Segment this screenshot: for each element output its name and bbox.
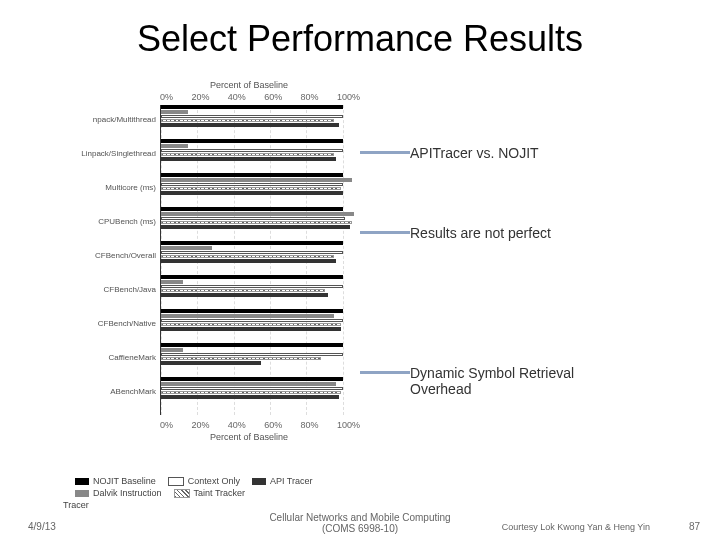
footer-line2: (COMS 6998-10) <box>322 523 398 534</box>
category-label: CFBench/Java <box>71 285 156 294</box>
bar-api <box>161 259 336 263</box>
category-label: CPUBench (ms) <box>71 217 156 226</box>
bar-nojit <box>161 275 343 279</box>
bar-dalvik <box>161 382 336 386</box>
swatch-icon <box>168 477 184 486</box>
legend-label: NOJIT Baseline <box>93 475 156 487</box>
category-label: CFBench/Overall <box>71 251 156 260</box>
bar-context <box>161 285 343 288</box>
bar-taint <box>161 323 341 326</box>
legend-label: Taint Tracker <box>194 487 246 499</box>
bar-api <box>161 395 339 399</box>
callout-text: Dynamic Symbol Retrieval Overhead <box>410 365 574 397</box>
legend-item: NOJIT Baseline <box>75 475 156 487</box>
legend-item: Context Only <box>168 475 240 487</box>
bar-context <box>161 387 343 390</box>
bar-dalvik <box>161 144 188 148</box>
bar-nojit <box>161 173 343 177</box>
bar-context <box>161 319 343 322</box>
bar-context <box>161 217 345 220</box>
bar-context <box>161 183 343 186</box>
x-axis-bottom: 0%20%40%60%80%100% <box>160 420 360 430</box>
bar-api <box>161 225 350 229</box>
callout-notperfect: Results are not perfect <box>410 225 551 241</box>
bar-group: Linpack/Singlethread <box>161 139 361 169</box>
x-axis-top: 0%20%40%60%80%100% <box>160 92 360 102</box>
bar-nojit <box>161 343 343 347</box>
bar-group: ABenchMark <box>161 377 361 407</box>
footer-line1: Cellular Networks and Mobile Computing <box>269 512 450 523</box>
legend: NOJIT Baseline Context Only API Tracer D… <box>75 475 312 511</box>
bar-context <box>161 115 343 118</box>
legend-label: Dalvik Instruction <box>93 487 162 499</box>
legend-label: API Tracer <box>270 475 313 487</box>
footer-page-number: 87 <box>689 521 700 532</box>
bar-group: CaffieneMark <box>161 343 361 373</box>
category-label: npack/Multithread <box>71 115 156 124</box>
footer-center: Cellular Networks and Mobile Computing (… <box>240 512 480 534</box>
callout-line-icon <box>360 231 410 234</box>
category-label: CaffieneMark <box>71 353 156 362</box>
page-title: Select Performance Results <box>0 18 720 60</box>
bar-dalvik <box>161 212 354 216</box>
footer-date: 4/9/13 <box>28 521 56 532</box>
bar-nojit <box>161 377 343 381</box>
footer-courtesy: Courtesy Lok Kwong Yan & Heng Yin <box>502 522 650 532</box>
bar-group: npack/Multithread <box>161 105 361 135</box>
callout-apitracer: APITracer vs. NOJIT <box>410 145 539 161</box>
bar-taint <box>161 289 325 292</box>
bar-api <box>161 191 343 195</box>
swatch-icon <box>252 478 266 485</box>
bar-taint <box>161 357 321 360</box>
legend-label: Context Only <box>188 475 240 487</box>
bar-taint <box>161 221 352 224</box>
swatch-icon <box>75 478 89 485</box>
legend-item: Taint Tracker <box>174 487 246 499</box>
bar-api <box>161 293 328 297</box>
callout-overhead: Dynamic Symbol Retrieval Overhead <box>410 365 620 397</box>
callout-line-icon <box>360 371 410 374</box>
callout-text: Results are not perfect <box>410 225 551 241</box>
bar-nojit <box>161 207 343 211</box>
legend-item: API Tracer <box>252 475 313 487</box>
swatch-icon <box>75 490 89 497</box>
bar-context <box>161 251 343 254</box>
legend-extra: Tracer <box>63 499 312 511</box>
legend-item: Dalvik Instruction <box>75 487 162 499</box>
bar-nojit <box>161 309 343 313</box>
bar-api <box>161 123 339 127</box>
bar-nojit <box>161 139 343 143</box>
bar-dalvik <box>161 348 183 352</box>
swatch-icon <box>174 489 190 498</box>
bar-dalvik <box>161 110 188 114</box>
x-axis-label-top: Percent of Baseline <box>210 80 288 90</box>
category-label: CFBench/Native <box>71 319 156 328</box>
bar-dalvik <box>161 280 183 284</box>
bar-context <box>161 149 343 152</box>
bar-dalvik <box>161 246 212 250</box>
callout-line-icon <box>360 151 410 154</box>
bar-api <box>161 361 261 365</box>
x-axis-label-bottom: Percent of Baseline <box>210 432 288 442</box>
plot-area: npack/MultithreadLinpack/SinglethreadMul… <box>160 105 361 415</box>
bar-taint <box>161 153 334 156</box>
bar-group: CFBench/Overall <box>161 241 361 271</box>
bar-taint <box>161 187 341 190</box>
bar-group: CFBench/Native <box>161 309 361 339</box>
bar-dalvik <box>161 314 334 318</box>
bar-context <box>161 353 343 356</box>
bar-group: CPUBench (ms) <box>161 207 361 237</box>
chart: Percent of Baseline 0%20%40%60%80%100% n… <box>70 80 380 460</box>
bar-group: CFBench/Java <box>161 275 361 305</box>
bar-nojit <box>161 241 343 245</box>
bar-group: Multicore (ms) <box>161 173 361 203</box>
bar-taint <box>161 255 334 258</box>
bar-taint <box>161 391 341 394</box>
callout-text: APITracer vs. NOJIT <box>410 145 539 161</box>
bar-taint <box>161 119 334 122</box>
category-label: ABenchMark <box>71 387 156 396</box>
bar-nojit <box>161 105 343 109</box>
bar-dalvik <box>161 178 352 182</box>
category-label: Linpack/Singlethread <box>71 149 156 158</box>
bar-api <box>161 157 336 161</box>
